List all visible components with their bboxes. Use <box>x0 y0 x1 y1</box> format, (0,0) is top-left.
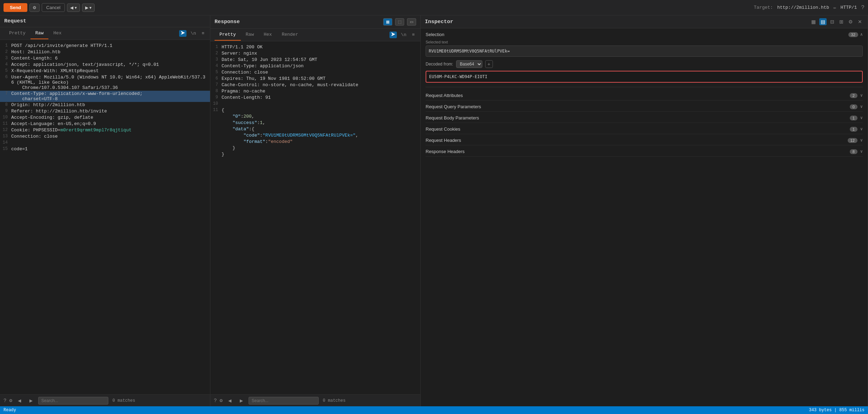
response-settings-icon[interactable]: ⚙ <box>219 398 222 403</box>
request-menu-icon[interactable]: ≡ <box>200 30 206 37</box>
response-view-mode-group: ▦ ⬚ ▭ <box>383 18 416 26</box>
request-search-prev[interactable]: ◀ <box>15 397 24 405</box>
code-line: "0":200, <box>210 113 420 120</box>
inspector-icon2[interactable]: ▤ <box>819 18 827 25</box>
code-line: 2 Host: 2million.htb <box>0 49 210 55</box>
tab-response-render[interactable]: Render <box>277 29 303 41</box>
tab-response-pretty[interactable]: Pretty <box>215 29 241 41</box>
inspector-section-request-attrs: Request Attributes 2 ∨ <box>426 91 863 101</box>
inspector-selection-block: Selection 32 ∧ Selected text RVU1ME0tUDR… <box>426 32 863 83</box>
response-menu-icon[interactable]: ≡ <box>411 32 416 38</box>
selected-text-value: RVU1ME0tUDRMS0MtV0Q5NFAtRUlPVEk= <box>426 46 863 57</box>
response-panel-header: Response ▦ ⬚ ▭ <box>210 15 420 29</box>
inspector-selection-label: Selection <box>426 32 848 37</box>
response-code-area[interactable]: 1 HTTP/1.1 200 OK 2 Server: nginx 3 Date… <box>210 41 420 394</box>
inspector-settings-icon[interactable]: ⚙ <box>847 18 854 25</box>
code-line: 9 Referer: http://2million.htb/invite <box>0 108 210 115</box>
request-tabs: Pretty Raw Hex ⮞ \n ≡ <box>0 27 210 40</box>
code-line: 3 Date: Sat, 10 Jun 2023 12:54:57 GMT <box>210 57 420 63</box>
response-send-icon[interactable]: ⮞ <box>389 32 397 38</box>
edit-icon[interactable]: ✏ <box>833 5 836 11</box>
nav-prev-button[interactable]: ◀ ▾ <box>67 4 80 12</box>
tab-response-raw[interactable]: Raw <box>241 29 259 41</box>
code-line: 8 Origin: http://2million.htb <box>0 102 210 108</box>
inspector-chevron-icon: ∨ <box>860 126 863 132</box>
response-help-icon[interactable]: ? <box>214 398 217 403</box>
code-line: 8 Pragma: no-cache <box>210 88 420 95</box>
inspector-section-body-params: Request Body Parameters 1 ∨ <box>426 113 863 123</box>
inspector-section-label: Request Attributes <box>426 93 850 98</box>
request-help-icon[interactable]: ? <box>4 398 6 403</box>
code-line: "success":1, <box>210 120 420 126</box>
request-search-next[interactable]: ▶ <box>27 397 35 405</box>
view-mode-horizontal[interactable]: ⬚ <box>395 18 404 26</box>
response-tabs: Pretty Raw Hex Render ⮞ \n ≡ <box>210 29 420 41</box>
inspector-section-label: Request Body Parameters <box>426 115 850 120</box>
code-line: "code":"RVU1ME0tUDRMS0MtV0Q5NFAtRUlPVEk=… <box>210 132 420 139</box>
inspector-section-header[interactable]: Response Headers 8 ∨ <box>426 147 863 157</box>
nav-next-button[interactable]: ▶ ▾ <box>82 4 95 12</box>
response-search-prev[interactable]: ◀ <box>225 397 234 405</box>
code-line: 3 Content-Length: 6 <box>0 55 210 62</box>
inspector-badge: 1 <box>850 127 857 132</box>
inspector-section-header[interactable]: Request Query Parameters 0 ∨ <box>426 102 863 112</box>
request-search-input[interactable] <box>38 397 108 405</box>
tab-response-hex[interactable]: Hex <box>259 29 277 41</box>
inspector-panel: Inspector ▦ ▤ ⊟ ⊞ ⚙ ✕ Selection 32 ∧ Sel… <box>421 15 868 406</box>
inspector-section-header[interactable]: Request Attributes 2 ∨ <box>426 91 863 101</box>
inspector-icon1[interactable]: ▦ <box>810 18 817 25</box>
view-mode-vertical[interactable]: ▭ <box>407 18 416 26</box>
request-tabs-icons: ⮞ \n ≡ <box>179 30 206 37</box>
inspector-section-query-params: Request Query Parameters 0 ∨ <box>426 102 863 112</box>
response-tabs-icons: ⮞ \n ≡ <box>389 32 416 38</box>
inspector-section-label: Response Headers <box>426 149 850 154</box>
code-line: 1 POST /api/v1/invite/generate HTTP/1.1 <box>0 43 210 49</box>
inspector-section-header[interactable]: Request Cookies 1 ∨ <box>426 124 863 134</box>
code-line: "format":"encoded" <box>210 139 420 145</box>
code-line: 6 User-Agent: Mozilla/5.0 (Windows NT 10… <box>0 74 210 91</box>
response-matches-label: 0 matches <box>323 398 346 403</box>
settings-button[interactable]: ⚙ <box>29 4 40 12</box>
decoded-from-select[interactable]: Base64 URL HTML <box>456 60 482 68</box>
request-settings-icon[interactable]: ⚙ <box>9 398 12 403</box>
inspector-chevron-icon: ∨ <box>860 149 863 154</box>
tab-request-pretty[interactable]: Pretty <box>4 28 30 39</box>
help-icon[interactable]: ? <box>861 5 864 11</box>
tab-request-hex[interactable]: Hex <box>48 28 66 39</box>
inspector-header: Inspector ▦ ▤ ⊟ ⊞ ⚙ ✕ <box>421 15 868 28</box>
code-line: 7 Content-Type: application/x-www-form-u… <box>0 91 210 102</box>
response-search-next[interactable]: ▶ <box>237 397 246 405</box>
code-line: 1 HTTP/1.1 200 OK <box>210 44 420 50</box>
request-code-area[interactable]: 1 POST /api/v1/invite/generate HTTP/1.1 … <box>0 40 210 394</box>
status-right: 343 bytes | 855 millis <box>809 408 864 413</box>
code-line: 14 <box>0 140 210 146</box>
inspector-selection-chevron[interactable]: ∧ <box>860 32 863 37</box>
inspector-chevron-icon: ∨ <box>860 93 863 98</box>
divider <box>426 87 863 87</box>
request-panel-title: Request <box>4 18 206 24</box>
view-mode-split2[interactable]: ▦ <box>383 18 392 26</box>
decoded-add-button[interactable]: + <box>485 60 493 68</box>
inspector-chevron-icon: ∨ <box>860 104 863 109</box>
cancel-button[interactable]: Cancel <box>42 3 65 12</box>
request-panel-header: Request <box>0 15 210 27</box>
request-matches-label: 0 matches <box>113 398 135 403</box>
inspector-expand-icon[interactable]: ⊞ <box>838 18 845 25</box>
send-button[interactable]: Send <box>4 3 27 12</box>
target-url: http://2million.htb <box>777 5 829 10</box>
inspector-section-label: Request Query Parameters <box>426 104 850 109</box>
code-line: 6 Expires: Thu, 19 Nov 1981 08:52:00 GMT <box>210 76 420 82</box>
request-send-icon[interactable]: ⮞ <box>179 30 187 37</box>
inspector-section-header[interactable]: Request Headers 12 ∨ <box>426 136 863 145</box>
tab-request-raw[interactable]: Raw <box>30 28 48 39</box>
inspector-close-icon[interactable]: ✕ <box>856 18 863 25</box>
code-line: 5 X-Requested-With: XMLHttpRequest <box>0 68 210 74</box>
code-line: 4 Content-Type: application/json <box>210 63 420 69</box>
selected-text-label: Selected text <box>426 40 863 44</box>
inspector-minimize-icon[interactable]: ⊟ <box>829 18 836 25</box>
inspector-title: Inspector <box>425 19 810 25</box>
request-newline-icon[interactable]: \n <box>189 30 198 37</box>
inspector-section-header[interactable]: Request Body Parameters 1 ∨ <box>426 113 863 123</box>
response-newline-icon[interactable]: \n <box>400 32 408 38</box>
response-search-input[interactable] <box>249 397 319 405</box>
